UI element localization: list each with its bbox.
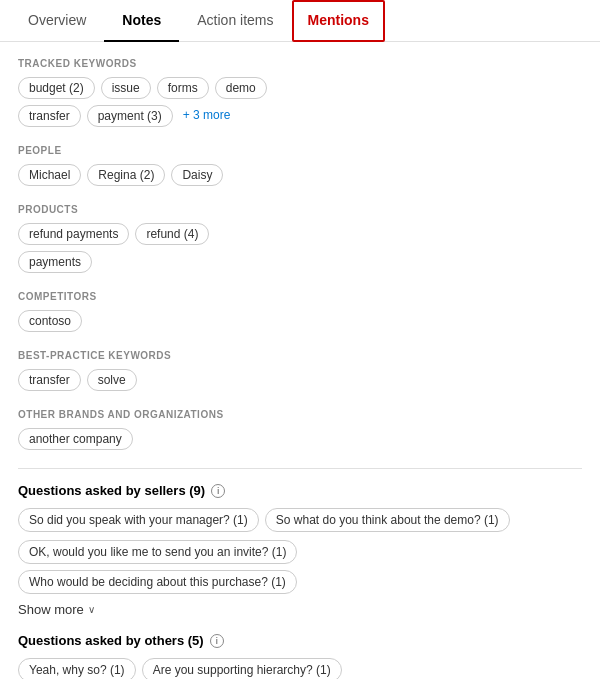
products-tags-row2: payments [18, 251, 582, 273]
questions-others-label: Questions asked by others (5) [18, 633, 204, 648]
tag-payments[interactable]: payments [18, 251, 92, 273]
show-more-button[interactable]: Show more ∨ [18, 602, 582, 617]
best-practice-tags: transfer solve [18, 369, 582, 391]
question-tag-demo[interactable]: So what do you think about the demo? (1) [265, 508, 510, 532]
section-products: PRODUCTS refund payments refund (4) paym… [18, 204, 582, 273]
tab-overview[interactable]: Overview [10, 0, 104, 42]
tag-issue[interactable]: issue [101, 77, 151, 99]
tag-transfer-bp[interactable]: transfer [18, 369, 81, 391]
questions-others-info-icon[interactable]: i [210, 634, 224, 648]
section-best-practice: BEST-PRACTICE KEYWORDS transfer solve [18, 350, 582, 391]
questions-others-tags: Yeah, why so? (1) Are you supporting hie… [18, 658, 582, 679]
tag-solve[interactable]: solve [87, 369, 137, 391]
tab-bar: Overview Notes Action items Mentions [0, 0, 600, 42]
questions-sellers-tags-row2: OK, would you like me to send you an inv… [18, 540, 582, 594]
section-other-brands: OTHER BRANDS AND ORGANIZATIONS another c… [18, 409, 582, 450]
tag-demo[interactable]: demo [215, 77, 267, 99]
section-title-tracked-keywords: TRACKED KEYWORDS [18, 58, 582, 69]
section-tracked-keywords: TRACKED KEYWORDS budget (2) issue forms … [18, 58, 582, 127]
tab-notes[interactable]: Notes [104, 0, 179, 42]
people-tags: Michael Regina (2) Daisy [18, 164, 582, 186]
tag-transfer[interactable]: transfer [18, 105, 81, 127]
show-more-label: Show more [18, 602, 84, 617]
questions-others-title: Questions asked by others (5) i [18, 633, 582, 648]
questions-sellers-info-icon[interactable]: i [211, 484, 225, 498]
section-people: PEOPLE Michael Regina (2) Daisy [18, 145, 582, 186]
tracked-keywords-tags: budget (2) issue forms demo [18, 77, 582, 99]
section-title-people: PEOPLE [18, 145, 582, 156]
section-title-products: PRODUCTS [18, 204, 582, 215]
tag-forms[interactable]: forms [157, 77, 209, 99]
section-competitors: COMPETITORS contoso [18, 291, 582, 332]
tracked-keywords-tags-row2: transfer payment (3) + 3 more [18, 105, 582, 127]
section-title-other-brands: OTHER BRANDS AND ORGANIZATIONS [18, 409, 582, 420]
tag-refund-payments[interactable]: refund payments [18, 223, 129, 245]
tag-michael[interactable]: Michael [18, 164, 81, 186]
tag-regina[interactable]: Regina (2) [87, 164, 165, 186]
competitors-tags: contoso [18, 310, 582, 332]
questions-sellers-title: Questions asked by sellers (9) i [18, 483, 582, 498]
section-questions-others: Questions asked by others (5) i Yeah, wh… [18, 633, 582, 679]
questions-sellers-label: Questions asked by sellers (9) [18, 483, 205, 498]
tab-action-items[interactable]: Action items [179, 0, 291, 42]
tag-payment[interactable]: payment (3) [87, 105, 173, 127]
chevron-down-icon: ∨ [88, 604, 95, 615]
question-tag-purchase[interactable]: Who would be deciding about this purchas… [18, 570, 297, 594]
question-tag-invite[interactable]: OK, would you like me to send you an inv… [18, 540, 297, 564]
tag-budget[interactable]: budget (2) [18, 77, 95, 99]
tag-daisy[interactable]: Daisy [171, 164, 223, 186]
question-tag-manager[interactable]: So did you speak with your manager? (1) [18, 508, 259, 532]
tag-another-company[interactable]: another company [18, 428, 133, 450]
section-questions-sellers: Questions asked by sellers (9) i So did … [18, 483, 582, 617]
products-tags: refund payments refund (4) [18, 223, 582, 245]
section-title-best-practice: BEST-PRACTICE KEYWORDS [18, 350, 582, 361]
question-tag-hierarchy[interactable]: Are you supporting hierarchy? (1) [142, 658, 342, 679]
question-tag-why-so[interactable]: Yeah, why so? (1) [18, 658, 136, 679]
tag-refund[interactable]: refund (4) [135, 223, 209, 245]
tab-mentions[interactable]: Mentions [292, 0, 385, 42]
main-content: TRACKED KEYWORDS budget (2) issue forms … [0, 42, 600, 679]
divider [18, 468, 582, 469]
other-brands-tags: another company [18, 428, 582, 450]
questions-sellers-tags: So did you speak with your manager? (1) … [18, 508, 582, 532]
section-title-competitors: COMPETITORS [18, 291, 582, 302]
more-keywords-link[interactable]: + 3 more [179, 105, 235, 127]
tag-contoso[interactable]: contoso [18, 310, 82, 332]
